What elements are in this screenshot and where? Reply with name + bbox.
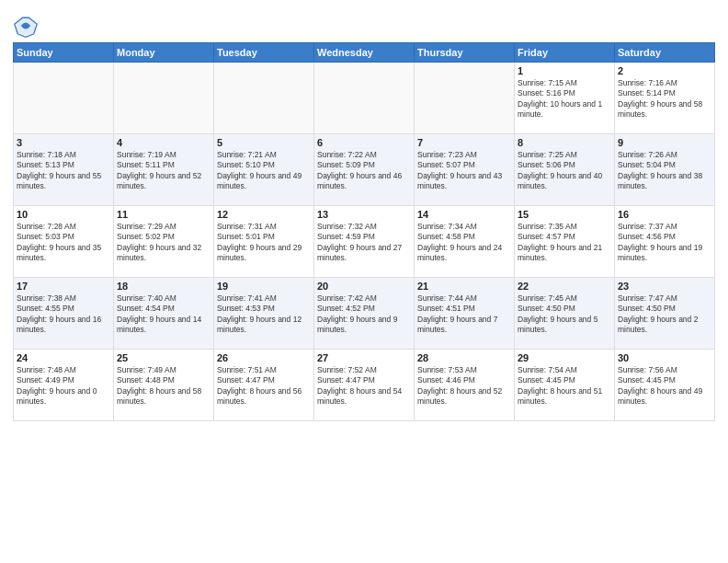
col-header-sunday: Sunday — [14, 43, 114, 63]
day-number: 26 — [217, 352, 311, 363]
day-info: Sunrise: 7:47 AM Sunset: 4:50 PM Dayligh… — [618, 293, 711, 336]
day-info: Sunrise: 7:41 AM Sunset: 4:53 PM Dayligh… — [217, 293, 311, 336]
day-number: 21 — [417, 281, 511, 292]
calendar-cell: 12Sunrise: 7:31 AM Sunset: 5:01 PM Dayli… — [214, 206, 314, 278]
calendar-cell: 24Sunrise: 7:48 AM Sunset: 4:49 PM Dayli… — [14, 350, 114, 421]
day-info: Sunrise: 7:31 AM Sunset: 5:01 PM Dayligh… — [217, 222, 311, 264]
day-number: 22 — [518, 281, 611, 292]
col-header-tuesday: Tuesday — [214, 43, 314, 63]
day-number: 14 — [417, 209, 511, 220]
day-info: Sunrise: 7:22 AM Sunset: 5:09 PM Dayligh… — [317, 150, 411, 192]
day-info: Sunrise: 7:51 AM Sunset: 4:47 PM Dayligh… — [217, 365, 311, 408]
day-number: 6 — [317, 137, 411, 148]
day-info: Sunrise: 7:18 AM Sunset: 5:13 PM Dayligh… — [17, 150, 110, 192]
col-header-thursday: Thursday — [415, 43, 515, 63]
day-number: 9 — [618, 137, 711, 148]
day-info: Sunrise: 7:15 AM Sunset: 5:16 PM Dayligh… — [518, 78, 611, 121]
week-row-0: 1Sunrise: 7:15 AM Sunset: 5:16 PM Daylig… — [14, 63, 715, 134]
day-number: 12 — [217, 209, 311, 220]
calendar-cell: 8Sunrise: 7:25 AM Sunset: 5:06 PM Daylig… — [515, 134, 615, 206]
day-number: 24 — [17, 352, 110, 363]
day-number: 8 — [518, 137, 611, 148]
calendar-cell: 30Sunrise: 7:56 AM Sunset: 4:45 PM Dayli… — [615, 350, 715, 421]
day-number: 23 — [618, 281, 711, 292]
day-info: Sunrise: 7:42 AM Sunset: 4:52 PM Dayligh… — [317, 293, 411, 336]
calendar-cell: 16Sunrise: 7:37 AM Sunset: 4:56 PM Dayli… — [615, 206, 715, 278]
calendar-cell: 4Sunrise: 7:19 AM Sunset: 5:11 PM Daylig… — [114, 134, 214, 206]
day-number: 7 — [417, 137, 511, 148]
day-number: 27 — [317, 352, 411, 363]
calendar-cell: 6Sunrise: 7:22 AM Sunset: 5:09 PM Daylig… — [314, 134, 415, 206]
calendar-cell: 23Sunrise: 7:47 AM Sunset: 4:50 PM Dayli… — [615, 278, 715, 350]
calendar-cell — [114, 63, 214, 134]
day-number: 18 — [117, 281, 210, 292]
day-info: Sunrise: 7:34 AM Sunset: 4:58 PM Dayligh… — [417, 222, 511, 264]
day-number: 29 — [518, 352, 611, 363]
calendar-cell — [415, 63, 515, 134]
calendar-cell: 25Sunrise: 7:49 AM Sunset: 4:48 PM Dayli… — [114, 350, 214, 421]
day-number: 1 — [518, 65, 611, 76]
col-header-monday: Monday — [114, 43, 214, 63]
day-number: 3 — [17, 137, 110, 148]
calendar-cell: 20Sunrise: 7:42 AM Sunset: 4:52 PM Dayli… — [314, 278, 415, 350]
calendar-cell — [14, 63, 114, 134]
calendar-cell: 27Sunrise: 7:52 AM Sunset: 4:47 PM Dayli… — [314, 350, 415, 421]
calendar-cell: 14Sunrise: 7:34 AM Sunset: 4:58 PM Dayli… — [415, 206, 515, 278]
week-row-3: 17Sunrise: 7:38 AM Sunset: 4:55 PM Dayli… — [14, 278, 715, 350]
day-info: Sunrise: 7:21 AM Sunset: 5:10 PM Dayligh… — [217, 150, 311, 192]
calendar-cell: 3Sunrise: 7:18 AM Sunset: 5:13 PM Daylig… — [14, 134, 114, 206]
day-number: 15 — [518, 209, 611, 220]
day-info: Sunrise: 7:49 AM Sunset: 4:48 PM Dayligh… — [117, 365, 210, 408]
calendar-cell — [314, 63, 415, 134]
calendar-table: SundayMondayTuesdayWednesdayThursdayFrid… — [13, 42, 715, 421]
calendar-cell: 17Sunrise: 7:38 AM Sunset: 4:55 PM Dayli… — [14, 278, 114, 350]
day-number: 16 — [618, 209, 711, 220]
calendar-cell: 1Sunrise: 7:15 AM Sunset: 5:16 PM Daylig… — [515, 63, 615, 134]
calendar-cell: 29Sunrise: 7:54 AM Sunset: 4:45 PM Dayli… — [515, 350, 615, 421]
day-info: Sunrise: 7:52 AM Sunset: 4:47 PM Dayligh… — [317, 365, 411, 408]
day-info: Sunrise: 7:35 AM Sunset: 4:57 PM Dayligh… — [518, 222, 611, 264]
header — [13, 9, 715, 39]
day-number: 17 — [17, 281, 110, 292]
day-info: Sunrise: 7:16 AM Sunset: 5:14 PM Dayligh… — [618, 78, 711, 121]
page: SundayMondayTuesdayWednesdayThursdayFrid… — [0, 0, 728, 563]
day-info: Sunrise: 7:54 AM Sunset: 4:45 PM Dayligh… — [518, 365, 611, 408]
week-row-1: 3Sunrise: 7:18 AM Sunset: 5:13 PM Daylig… — [14, 134, 715, 206]
calendar-cell: 10Sunrise: 7:28 AM Sunset: 5:03 PM Dayli… — [14, 206, 114, 278]
day-info: Sunrise: 7:53 AM Sunset: 4:46 PM Dayligh… — [417, 365, 511, 408]
day-info: Sunrise: 7:25 AM Sunset: 5:06 PM Dayligh… — [518, 150, 611, 192]
calendar-cell: 2Sunrise: 7:16 AM Sunset: 5:14 PM Daylig… — [615, 63, 715, 134]
calendar-cell: 26Sunrise: 7:51 AM Sunset: 4:47 PM Dayli… — [214, 350, 314, 421]
logo — [13, 13, 42, 39]
calendar-cell: 5Sunrise: 7:21 AM Sunset: 5:10 PM Daylig… — [214, 134, 314, 206]
day-info: Sunrise: 7:29 AM Sunset: 5:02 PM Dayligh… — [117, 222, 210, 264]
day-number: 5 — [217, 137, 311, 148]
day-info: Sunrise: 7:44 AM Sunset: 4:51 PM Dayligh… — [417, 293, 511, 336]
day-info: Sunrise: 7:48 AM Sunset: 4:49 PM Dayligh… — [17, 365, 110, 408]
day-info: Sunrise: 7:37 AM Sunset: 4:56 PM Dayligh… — [618, 222, 711, 264]
calendar-cell: 11Sunrise: 7:29 AM Sunset: 5:02 PM Dayli… — [114, 206, 214, 278]
calendar-cell: 18Sunrise: 7:40 AM Sunset: 4:54 PM Dayli… — [114, 278, 214, 350]
day-number: 4 — [117, 137, 210, 148]
day-number: 20 — [317, 281, 411, 292]
day-info: Sunrise: 7:45 AM Sunset: 4:50 PM Dayligh… — [518, 293, 611, 336]
day-info: Sunrise: 7:32 AM Sunset: 4:59 PM Dayligh… — [317, 222, 411, 264]
calendar-cell: 28Sunrise: 7:53 AM Sunset: 4:46 PM Dayli… — [415, 350, 515, 421]
calendar-cell: 7Sunrise: 7:23 AM Sunset: 5:07 PM Daylig… — [415, 134, 515, 206]
day-number: 11 — [117, 209, 210, 220]
col-header-wednesday: Wednesday — [314, 43, 415, 63]
calendar-cell — [214, 63, 314, 134]
day-info: Sunrise: 7:28 AM Sunset: 5:03 PM Dayligh… — [17, 222, 110, 264]
day-info: Sunrise: 7:23 AM Sunset: 5:07 PM Dayligh… — [417, 150, 511, 192]
day-number: 2 — [618, 65, 711, 76]
day-info: Sunrise: 7:40 AM Sunset: 4:54 PM Dayligh… — [117, 293, 210, 336]
col-header-saturday: Saturday — [615, 43, 715, 63]
logo-icon — [13, 13, 39, 39]
day-info: Sunrise: 7:38 AM Sunset: 4:55 PM Dayligh… — [17, 293, 110, 336]
calendar-cell: 15Sunrise: 7:35 AM Sunset: 4:57 PM Dayli… — [515, 206, 615, 278]
day-number: 25 — [117, 352, 210, 363]
day-number: 30 — [618, 352, 711, 363]
col-header-friday: Friday — [515, 43, 615, 63]
week-row-2: 10Sunrise: 7:28 AM Sunset: 5:03 PM Dayli… — [14, 206, 715, 278]
day-info: Sunrise: 7:26 AM Sunset: 5:04 PM Dayligh… — [618, 150, 711, 192]
